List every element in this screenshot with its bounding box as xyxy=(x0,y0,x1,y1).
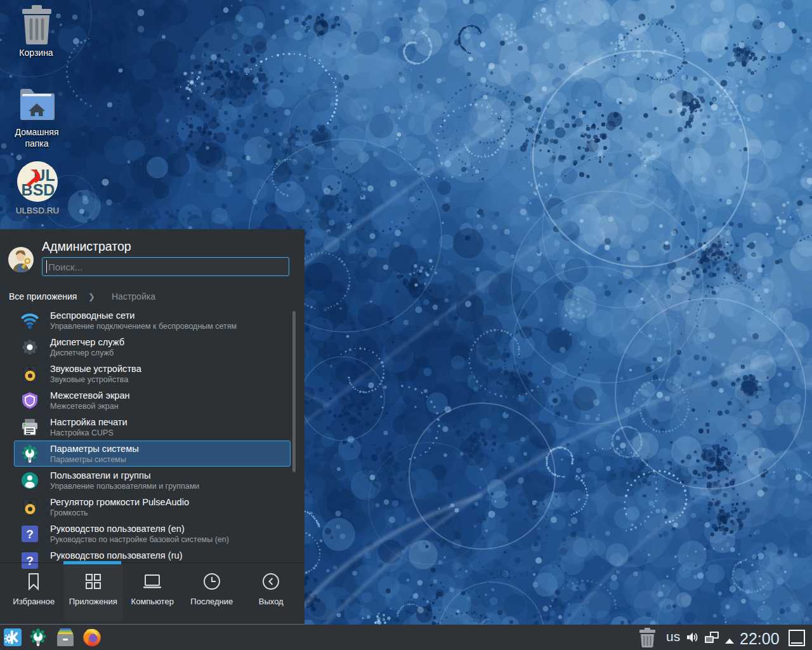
svg-text:?: ? xyxy=(26,527,34,541)
svg-text:BSD: BSD xyxy=(22,181,55,199)
